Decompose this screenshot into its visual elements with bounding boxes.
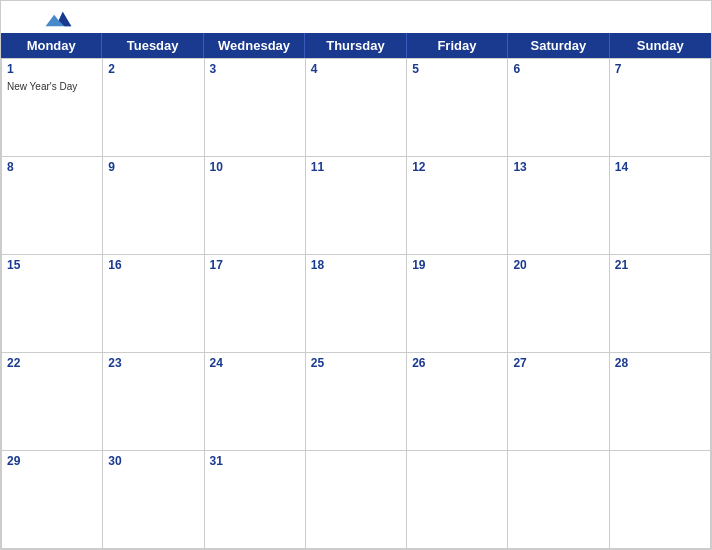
calendar-cell: 21 <box>610 255 711 353</box>
cell-date: 15 <box>7 258 97 272</box>
cell-date: 4 <box>311 62 401 76</box>
calendar-cell: 14 <box>610 157 711 255</box>
cell-date: 23 <box>108 356 198 370</box>
cell-date: 3 <box>210 62 300 76</box>
calendar-cell <box>306 451 407 549</box>
day-header-sunday: Sunday <box>610 33 711 58</box>
cell-date: 29 <box>7 454 97 468</box>
cell-date: 14 <box>615 160 705 174</box>
cell-date: 31 <box>210 454 300 468</box>
calendar-cell <box>610 451 711 549</box>
cell-date: 1 <box>7 62 97 76</box>
calendar-cell: 10 <box>205 157 306 255</box>
cell-date: 25 <box>311 356 401 370</box>
logo-icon <box>42 9 72 29</box>
cell-date: 11 <box>311 160 401 174</box>
cell-date: 9 <box>108 160 198 174</box>
cell-event: New Year's Day <box>7 81 77 92</box>
calendar-grid: 1New Year's Day2345678910111213141516171… <box>1 58 711 549</box>
calendar-cell: 31 <box>205 451 306 549</box>
day-header-tuesday: Tuesday <box>102 33 203 58</box>
cell-date: 17 <box>210 258 300 272</box>
calendar-cell: 18 <box>306 255 407 353</box>
cell-date: 26 <box>412 356 502 370</box>
cell-date: 5 <box>412 62 502 76</box>
day-header-monday: Monday <box>1 33 102 58</box>
cell-date: 28 <box>615 356 705 370</box>
day-header-thursday: Thursday <box>305 33 406 58</box>
calendar-cell: 27 <box>508 353 609 451</box>
cell-date: 20 <box>513 258 603 272</box>
cell-date: 18 <box>311 258 401 272</box>
cell-date: 12 <box>412 160 502 174</box>
calendar-cell: 16 <box>103 255 204 353</box>
cell-date: 13 <box>513 160 603 174</box>
calendar-cell: 1New Year's Day <box>2 59 103 157</box>
cell-date: 24 <box>210 356 300 370</box>
cell-date: 30 <box>108 454 198 468</box>
days-header: MondayTuesdayWednesdayThursdayFridaySatu… <box>1 33 711 58</box>
calendar-cell: 17 <box>205 255 306 353</box>
calendar-cell: 4 <box>306 59 407 157</box>
cell-date: 21 <box>615 258 705 272</box>
calendar-cell: 3 <box>205 59 306 157</box>
calendar-cell: 5 <box>407 59 508 157</box>
calendar-cell <box>508 451 609 549</box>
calendar-cell: 29 <box>2 451 103 549</box>
calendar-cell: 2 <box>103 59 204 157</box>
cell-date: 19 <box>412 258 502 272</box>
calendar-header <box>1 1 711 33</box>
calendar-cell: 20 <box>508 255 609 353</box>
cell-date: 8 <box>7 160 97 174</box>
cell-date: 27 <box>513 356 603 370</box>
calendar-cell: 26 <box>407 353 508 451</box>
calendar-container: MondayTuesdayWednesdayThursdayFridaySatu… <box>0 0 712 550</box>
calendar-cell: 24 <box>205 353 306 451</box>
calendar-cell: 6 <box>508 59 609 157</box>
calendar-cell: 11 <box>306 157 407 255</box>
calendar-cell: 15 <box>2 255 103 353</box>
calendar-cell: 13 <box>508 157 609 255</box>
calendar-cell: 23 <box>103 353 204 451</box>
cell-date: 16 <box>108 258 198 272</box>
calendar-cell: 22 <box>2 353 103 451</box>
calendar-cell: 19 <box>407 255 508 353</box>
cell-date: 6 <box>513 62 603 76</box>
calendar-cell: 7 <box>610 59 711 157</box>
calendar-cell: 30 <box>103 451 204 549</box>
calendar-cell: 25 <box>306 353 407 451</box>
calendar-cell: 12 <box>407 157 508 255</box>
cell-date: 22 <box>7 356 97 370</box>
cell-date: 2 <box>108 62 198 76</box>
day-header-wednesday: Wednesday <box>204 33 305 58</box>
cell-date: 10 <box>210 160 300 174</box>
logo <box>17 9 97 29</box>
calendar-cell: 8 <box>2 157 103 255</box>
day-header-friday: Friday <box>407 33 508 58</box>
cell-date: 7 <box>615 62 705 76</box>
day-header-saturday: Saturday <box>508 33 609 58</box>
calendar-cell: 28 <box>610 353 711 451</box>
calendar-cell <box>407 451 508 549</box>
calendar-cell: 9 <box>103 157 204 255</box>
